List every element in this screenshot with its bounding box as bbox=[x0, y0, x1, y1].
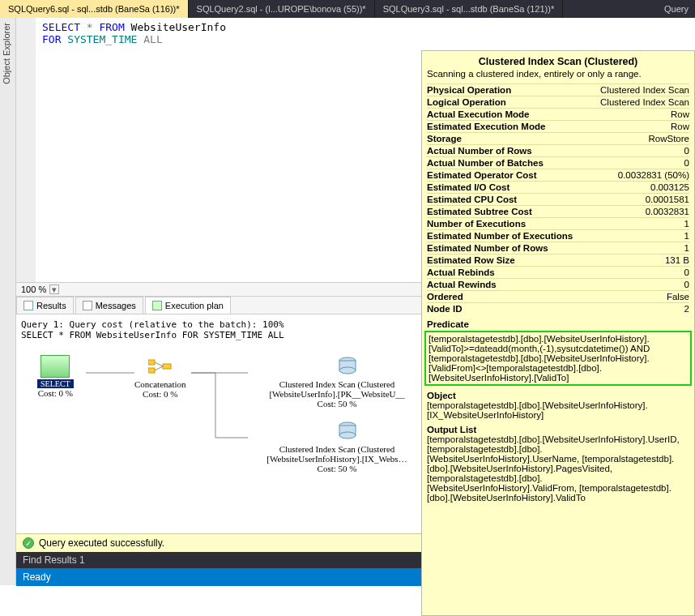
plan-node-scan-1[interactable]: Clustered Index Scan (Clustered [Website… bbox=[252, 355, 422, 409]
ready-statusbar: Ready bbox=[16, 568, 421, 586]
tooltip-row-value: Clustered Index Scan bbox=[600, 85, 689, 95]
tooltip-row: Actual Rewinds0 bbox=[427, 278, 689, 290]
tooltip-title: Clustered Index Scan (Clustered) bbox=[427, 56, 689, 67]
tooltip-row-label: Node ID bbox=[427, 304, 462, 314]
predicate-heading: Predicate bbox=[427, 319, 689, 329]
tooltip-row-value: 0.0032831 bbox=[646, 207, 689, 216]
tooltip-row: Logical OperationClustered Index Scan bbox=[427, 96, 689, 108]
tooltip-row-label: Actual Rewinds bbox=[427, 280, 497, 289]
plan-header-2: SELECT * FROM WebsiteUserInfo FOR SYSTEM… bbox=[21, 330, 416, 340]
tooltip-row-value: 0 bbox=[684, 280, 689, 289]
svg-line-5 bbox=[155, 362, 163, 366]
tab-query6[interactable]: SQLQuery6.sql - sql...stdb (BaneSa (116)… bbox=[0, 0, 189, 18]
tooltip-row-value: 0.003125 bbox=[650, 182, 689, 192]
object-heading: Object bbox=[427, 391, 689, 400]
tooltip-row: StorageRowStore bbox=[427, 132, 689, 144]
tooltip-row: Estimated Operator Cost0.0032831 (50%) bbox=[427, 169, 689, 181]
plan-node-scan-2[interactable]: Clustered Index Scan (Clustered [Website… bbox=[252, 420, 422, 473]
tooltip-row: Actual Rebinds0 bbox=[427, 266, 689, 278]
kw-select: SELECT bbox=[42, 21, 80, 33]
tooltip-row-label: Logical Operation bbox=[427, 97, 506, 107]
find-results-bar[interactable]: Find Results 1 bbox=[16, 552, 421, 568]
tooltip-row-value: 0 bbox=[684, 267, 689, 277]
tooltip-row: Estimated I/O Cost0.003125 bbox=[427, 181, 689, 193]
tooltip-row: Node ID2 bbox=[427, 302, 689, 314]
tooltip-row-label: Estimated Operator Cost bbox=[427, 170, 536, 180]
tooltip-row-label: Estimated Row Size bbox=[427, 255, 515, 265]
plan-node-concatenation[interactable]: Concatenation Cost: 0 % bbox=[134, 355, 186, 399]
concatenation-icon bbox=[146, 355, 175, 378]
tooltip-row-value: 0 bbox=[684, 158, 689, 168]
svg-point-12 bbox=[339, 432, 356, 438]
tooltip-row-label: Actual Number of Rows bbox=[427, 146, 532, 156]
tab-query3[interactable]: SQLQuery3.sql - sql...stdb (BaneSa (121)… bbox=[375, 0, 564, 18]
tooltip-row-value: 1 bbox=[684, 231, 689, 241]
status-bar: ✓ Query executed successfully. bbox=[16, 533, 421, 552]
tooltip-row-label: Actual Execution Mode bbox=[427, 109, 530, 119]
zoom-value[interactable]: 100 % bbox=[21, 284, 46, 294]
tooltip-row-value: Clustered Index Scan bbox=[600, 97, 689, 107]
object-explorer-sidebar[interactable]: Object Explorer bbox=[0, 18, 16, 585]
object-text: [temporalstagetestdb].[dbo].[WebsiteUser… bbox=[427, 400, 689, 420]
predicate-highlight: [temporalstagetestdb].[dbo].[WebsiteUser… bbox=[424, 331, 692, 386]
tooltip-row-label: Estimated Execution Mode bbox=[427, 122, 545, 131]
tooltip-row: Estimated Number of Executions1 bbox=[427, 229, 689, 242]
tooltip-row-value: 2 bbox=[684, 304, 689, 314]
tooltip-row: Physical OperationClustered Index Scan bbox=[427, 83, 689, 96]
success-icon: ✓ bbox=[23, 537, 34, 549]
tooltip-row-label: Actual Number of Batches bbox=[427, 158, 544, 168]
scan1-detail: [WebsiteUserInfo].[PK__WebsiteU__ bbox=[252, 389, 422, 399]
kw-for: FOR bbox=[42, 33, 61, 45]
zoom-bar: 100 % ▾ bbox=[16, 282, 421, 297]
tooltip-row-label: Estimated Subtree Cost bbox=[427, 207, 532, 216]
svg-line-6 bbox=[155, 366, 163, 370]
concat-cost: Cost: 0 % bbox=[134, 389, 186, 399]
tooltip-row: Estimated Number of Rows1 bbox=[427, 242, 689, 254]
tooltip-row: Number of Executions1 bbox=[427, 217, 689, 229]
select-cost: Cost: 0 % bbox=[37, 388, 74, 398]
scan1-label: Clustered Index Scan (Clustered bbox=[252, 379, 422, 389]
tooltip-row-value: 1 bbox=[684, 219, 689, 229]
svg-point-9 bbox=[339, 367, 356, 374]
select-label: SELECT bbox=[37, 379, 74, 388]
tooltip-subtitle: Scanning a clustered index, entirely or … bbox=[427, 69, 689, 79]
svg-rect-2 bbox=[148, 360, 155, 365]
tooltip-row: Actual Number of Batches0 bbox=[427, 156, 689, 169]
kw-system-time: SYSTEM_TIME bbox=[67, 33, 137, 45]
tooltip-row-value: Row bbox=[671, 122, 689, 131]
tooltip-row: Estimated Execution ModeRow bbox=[427, 120, 689, 132]
tab-execution-plan[interactable]: Execution plan bbox=[145, 297, 231, 314]
document-tabs: SQLQuery6.sql - sql...stdb (BaneSa (116)… bbox=[0, 0, 695, 18]
tab-messages[interactable]: Messages bbox=[75, 297, 143, 314]
grid-icon bbox=[23, 301, 33, 310]
sql-editor[interactable]: SELECT * FROM WebsiteUserInfo FOR SYSTEM… bbox=[16, 18, 421, 282]
tooltip-row-value: 1 bbox=[684, 243, 689, 253]
tooltip-row-label: Storage bbox=[427, 134, 462, 143]
kw-from: FROM bbox=[99, 21, 124, 33]
scan1-cost: Cost: 50 % bbox=[252, 399, 422, 409]
kw-star: * bbox=[87, 21, 93, 33]
tooltip-row: Estimated Row Size131 B bbox=[427, 254, 689, 266]
tooltip-row-label: Estimated Number of Rows bbox=[427, 243, 548, 253]
concat-label: Concatenation bbox=[134, 379, 186, 389]
tooltip-row-label: Number of Executions bbox=[427, 219, 526, 229]
results-tabs: Results Messages Execution plan bbox=[16, 297, 421, 314]
scan2-detail: [WebsiteUserInfoHistory].[IX_Webs… bbox=[252, 454, 422, 464]
tab-query2[interactable]: SQLQuery2.sql - (l...UROPE\bonova (55))* bbox=[189, 0, 375, 18]
plan-header-1: Query 1: Query cost (relative to the bat… bbox=[21, 319, 416, 330]
tooltip-row: Actual Execution ModeRow bbox=[427, 108, 689, 120]
operator-tooltip: Clustered Index Scan (Clustered) Scannin… bbox=[421, 50, 695, 616]
tooltip-row-label: Actual Rebinds bbox=[427, 267, 495, 277]
tooltip-row-label: Physical Operation bbox=[427, 85, 511, 95]
tooltip-row-label: Estimated Number of Executions bbox=[427, 231, 573, 241]
zoom-dropdown-icon[interactable]: ▾ bbox=[49, 284, 59, 294]
output-text: [temporalstagetestdb].[dbo].[WebsiteUser… bbox=[427, 434, 689, 503]
tooltip-row: OrderedFalse bbox=[427, 290, 689, 302]
menu-query[interactable]: Query bbox=[658, 0, 695, 18]
tooltip-row: Estimated Subtree Cost0.0032831 bbox=[427, 205, 689, 217]
execution-plan-area[interactable]: Query 1: Query cost (relative to the bat… bbox=[16, 314, 421, 533]
status-text: Query executed successfully. bbox=[39, 537, 164, 549]
tooltip-row-label: Estimated CPU Cost bbox=[427, 195, 517, 204]
tab-results[interactable]: Results bbox=[16, 297, 74, 314]
plan-node-select[interactable]: SELECT Cost: 0 % bbox=[37, 355, 74, 398]
